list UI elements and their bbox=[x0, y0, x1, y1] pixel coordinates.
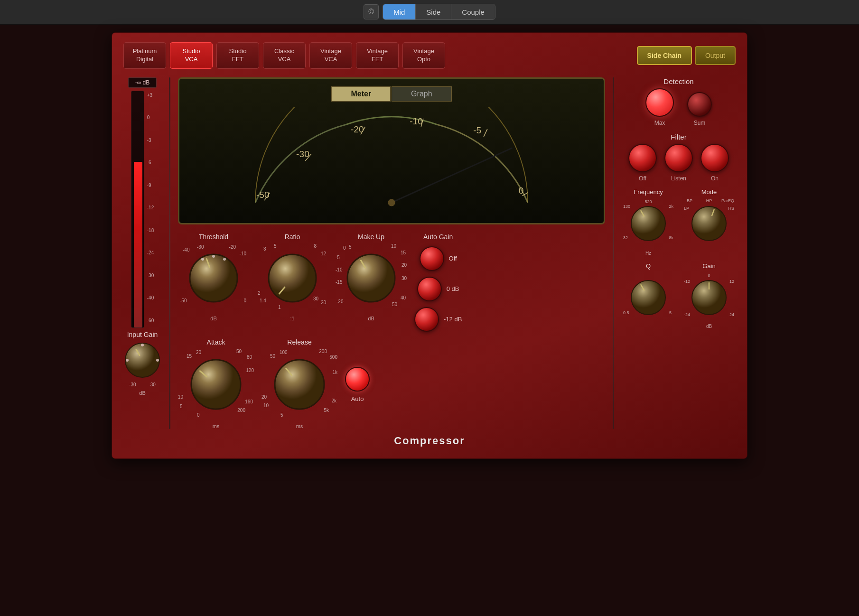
frequency-knob[interactable] bbox=[629, 205, 667, 243]
attack-knob-area: 15 20 50 80 120 160 200 0 5 10 bbox=[178, 348, 254, 421]
svg-point-1 bbox=[141, 344, 144, 346]
preset-studio-fet[interactable]: StudioFET bbox=[216, 42, 259, 69]
preset-vintage-opto[interactable]: VintageOpto bbox=[402, 42, 445, 69]
vu-arc-svg: -50 -30 -20 -10 -5 0 bbox=[187, 107, 596, 212]
attack-knob[interactable] bbox=[189, 357, 243, 412]
mid-side-tabs: Mid Side Couple bbox=[383, 4, 495, 20]
ratio-section: Ratio 3 5 8 12 2 1.4 20 30 1 bbox=[257, 233, 328, 321]
detection-sum: Sum bbox=[687, 92, 712, 126]
detection-sum-led[interactable] bbox=[687, 92, 712, 117]
input-gain-knob[interactable] bbox=[123, 341, 161, 379]
filter-off-label: Off bbox=[639, 175, 646, 182]
db-readout: -∞ dB bbox=[128, 77, 157, 88]
freq-knob-area: 520 2k 8k 130 32 bbox=[622, 197, 674, 250]
threshold-knob[interactable] bbox=[187, 252, 240, 304]
svg-point-2 bbox=[156, 359, 159, 362]
frequency-label: Frequency bbox=[622, 188, 675, 196]
ratio-knob[interactable] bbox=[266, 252, 318, 304]
output-button[interactable]: Output bbox=[695, 46, 736, 65]
right-divider bbox=[613, 77, 614, 429]
filter-row: Off Listen On bbox=[622, 144, 736, 182]
svg-line-15 bbox=[484, 129, 487, 137]
auto-gain-0db-led[interactable] bbox=[417, 277, 442, 301]
svg-point-30 bbox=[275, 360, 324, 409]
settings-icon[interactable]: © bbox=[364, 4, 379, 19]
detection-max-label: Max bbox=[654, 120, 665, 126]
input-gain-label: Input Gain bbox=[127, 331, 158, 338]
auto-gain-0db-btn[interactable]: 0 dB bbox=[417, 277, 459, 301]
side-chain-button[interactable]: Side Chain bbox=[637, 46, 692, 65]
tab-side[interactable]: Side bbox=[416, 4, 451, 19]
filter-listen-led[interactable] bbox=[664, 144, 693, 172]
release-auto-area: Auto bbox=[345, 367, 370, 402]
mode-knob[interactable] bbox=[690, 205, 728, 243]
tab-couple[interactable]: Couple bbox=[451, 4, 495, 19]
auto-gain-off-btn[interactable]: Off bbox=[420, 246, 457, 271]
svg-point-24 bbox=[269, 254, 316, 302]
gain-knob[interactable] bbox=[690, 279, 728, 317]
input-gain-unit: dB bbox=[139, 390, 145, 396]
q-section: Q 0.5 5 bbox=[622, 262, 675, 329]
controls-lower-row: Attack 15 20 50 80 120 160 200 0 5 10 bbox=[178, 338, 605, 429]
preset-platinum-digital[interactable]: PlatinumDigital bbox=[123, 42, 166, 69]
makeup-knob[interactable] bbox=[345, 252, 397, 304]
auto-gain-12db-btn[interactable]: -12 dB bbox=[414, 307, 462, 332]
release-knob[interactable] bbox=[272, 357, 327, 412]
preset-classic-vca[interactable]: ClassicVCA bbox=[263, 42, 306, 69]
makeup-label: Make Up bbox=[358, 233, 384, 241]
svg-point-26 bbox=[347, 254, 395, 302]
meter-container: +3 0 -3 -6 -9 -12 -18 -24 -30 -40 -60 bbox=[131, 91, 154, 328]
frequency-unit: Hz bbox=[622, 251, 675, 256]
ratio-label: Ratio bbox=[285, 233, 300, 241]
plugin-footer: Compressor bbox=[123, 435, 736, 447]
input-gain-max: 30 bbox=[150, 382, 156, 387]
svg-point-36 bbox=[631, 280, 665, 315]
auto-gain-12db-led[interactable] bbox=[414, 307, 439, 332]
svg-text:-30: -30 bbox=[296, 149, 309, 159]
meter-graph-tabs: Meter Graph bbox=[187, 86, 596, 102]
input-gain-strip: -∞ dB +3 0 -3 -6 -9 -12 -18 -24 -30 -40 … bbox=[123, 77, 161, 429]
makeup-knob-area: 5 10 15 20 30 40 50 0 -5 -10 -15 -20 bbox=[336, 243, 407, 314]
svg-point-34 bbox=[692, 206, 726, 241]
release-auto-led[interactable] bbox=[345, 367, 370, 392]
frequency-section: Frequency 520 2k 8k 130 32 bbox=[622, 188, 675, 256]
svg-point-32 bbox=[631, 206, 665, 241]
detection-max-led[interactable] bbox=[645, 88, 674, 117]
threshold-unit: dB bbox=[210, 316, 216, 321]
tab-graph[interactable]: Graph bbox=[392, 86, 451, 102]
threshold-label: Threshold bbox=[199, 233, 228, 241]
release-unit: ms bbox=[296, 423, 303, 429]
svg-point-28 bbox=[191, 360, 241, 409]
filter-title: Filter bbox=[622, 133, 736, 141]
attack-section: Attack 15 20 50 80 120 160 200 0 5 10 bbox=[178, 338, 254, 429]
svg-text:-5: -5 bbox=[473, 125, 481, 135]
svg-point-0 bbox=[125, 343, 159, 377]
auto-gain-off-led[interactable] bbox=[420, 246, 444, 271]
input-meter bbox=[131, 91, 144, 328]
detection-sum-label: Sum bbox=[694, 120, 706, 126]
auto-gain-0db-label: 0 dB bbox=[447, 285, 459, 292]
q-knob[interactable] bbox=[629, 279, 667, 317]
freq-mode-row: Frequency 520 2k 8k 130 32 bbox=[622, 188, 736, 256]
filter-off-led[interactable] bbox=[628, 144, 657, 172]
input-gain-min: -30 bbox=[129, 382, 136, 387]
release-label: Release bbox=[287, 338, 311, 346]
gain-section: Gain 0 12 -12 24 -24 bbox=[682, 262, 736, 329]
preset-studio-vca[interactable]: StudioVCA bbox=[170, 42, 213, 69]
left-divider bbox=[169, 77, 170, 429]
svg-text:-50: -50 bbox=[256, 190, 270, 200]
tab-meter[interactable]: Meter bbox=[331, 86, 391, 102]
preset-vintage-vca[interactable]: VintageVCA bbox=[309, 42, 352, 69]
meter-bar bbox=[134, 162, 142, 327]
svg-line-17 bbox=[392, 148, 512, 203]
filter-section: Filter Off Listen On bbox=[622, 133, 736, 182]
tab-mid[interactable]: Mid bbox=[383, 4, 416, 19]
auto-gain-section: Auto Gain Off 0 dB -12 dB bbox=[414, 233, 462, 332]
svg-point-18 bbox=[388, 199, 395, 206]
filter-on-led[interactable] bbox=[700, 144, 729, 172]
preset-vintage-fet[interactable]: VintageFET bbox=[356, 42, 399, 69]
top-bar: © Mid Side Couple bbox=[0, 0, 859, 25]
q-label: Q bbox=[622, 262, 675, 270]
mode-section: Mode HP BP LP ParEQ HS bbox=[682, 188, 736, 256]
gain-label: Gain bbox=[682, 262, 736, 270]
